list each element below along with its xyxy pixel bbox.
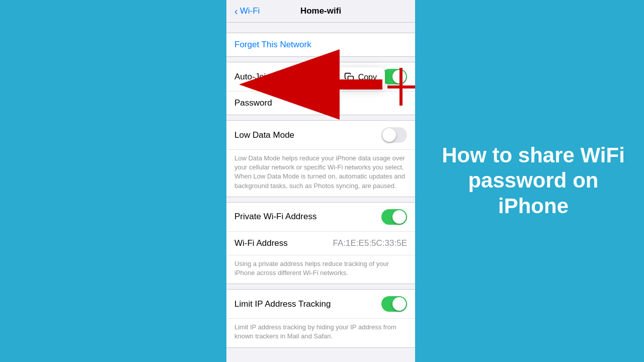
private-wifi-section: Private Wi-Fi Address Wi-Fi Address FA:1…: [226, 202, 415, 284]
limit-ip-row: Limit IP Address Tracking: [226, 290, 415, 319]
nav-back-label[interactable]: Wi-Fi: [240, 6, 260, 16]
low-data-toggle[interactable]: [381, 127, 407, 143]
limit-ip-description: Limit IP address tracking by hiding your…: [226, 319, 415, 347]
low-data-section: Low Data Mode Low Data Mode helps reduce…: [226, 120, 415, 197]
copy-icon: [344, 72, 354, 82]
private-wifi-description: Using a private address helps reduce tra…: [226, 255, 415, 284]
auto-join-label: Auto-Join: [234, 72, 271, 82]
limit-ip-toggle[interactable]: [381, 296, 407, 312]
limit-ip-label: Limit IP Address Tracking: [234, 299, 331, 309]
password-row[interactable]: Password: [226, 92, 415, 115]
low-data-label: Low Data Mode: [234, 130, 294, 140]
forget-network-row[interactable]: Forget This Network: [226, 33, 415, 56]
auto-join-section: Auto-Join Copy Password: [226, 62, 415, 115]
low-data-row: Low Data Mode: [226, 121, 415, 150]
wifi-address-value: FA:1E:E5:5C:33:5E: [333, 238, 407, 248]
settings-content: Forget This Network Auto-Join Copy: [226, 23, 415, 362]
private-wifi-row: Private Wi-Fi Address: [226, 203, 415, 232]
toggle-knob: [392, 70, 406, 83]
copy-popup[interactable]: Copy: [336, 67, 385, 87]
svg-rect-0: [348, 76, 353, 82]
nav-back-button[interactable]: ‹ Wi-Fi: [234, 6, 260, 16]
private-wifi-label: Private Wi-Fi Address: [234, 212, 316, 222]
auto-join-row: Auto-Join Copy: [226, 62, 415, 92]
nav-title: Home-wifi: [300, 6, 341, 16]
forget-network-section: Forget This Network: [226, 33, 415, 57]
password-label: Password: [234, 98, 272, 108]
private-wifi-toggle[interactable]: [381, 209, 407, 225]
limit-ip-section: Limit IP Address Tracking Limit IP addre…: [226, 289, 415, 347]
forget-network-label: Forget This Network: [234, 40, 311, 50]
wifi-address-row: Wi-Fi Address FA:1E:E5:5C:33:5E: [226, 232, 415, 255]
toggle-knob-private: [392, 210, 406, 224]
toggle-knob-limit: [392, 297, 406, 311]
chevron-left-icon: ‹: [234, 6, 238, 16]
phone-screen: ‹ Wi-Fi Home-wifi Forget This Network Au…: [226, 0, 415, 362]
low-data-description: Low Data Mode helps reduce your iPhone d…: [226, 150, 415, 197]
wifi-address-label: Wi-Fi Address: [234, 238, 288, 248]
nav-bar: ‹ Wi-Fi Home-wifi: [226, 0, 415, 23]
toggle-knob-low-data: [382, 128, 396, 142]
copy-label: Copy: [358, 73, 377, 82]
auto-join-toggle[interactable]: [381, 69, 407, 84]
tutorial-title: How to share WiFi password on iPhone: [438, 143, 629, 219]
